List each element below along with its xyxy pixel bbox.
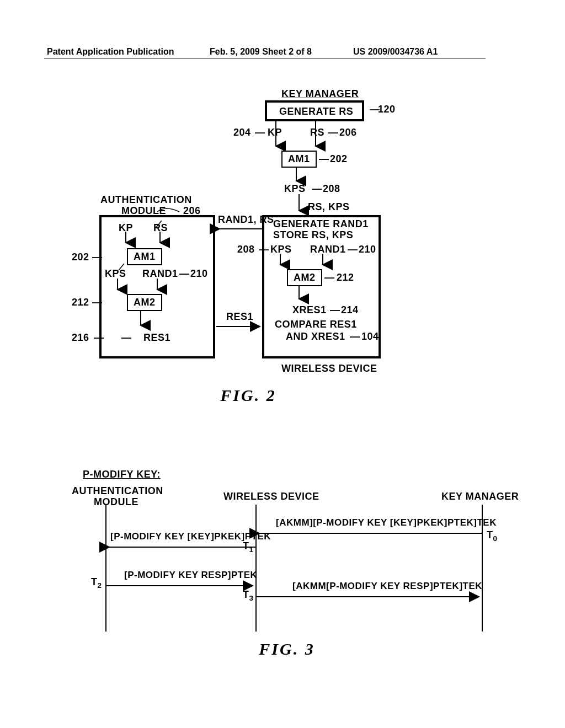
dash-216: — bbox=[121, 332, 132, 344]
t1: T1 bbox=[243, 540, 254, 554]
figure-2: KEY MANAGER GENERATE RS — 120 204 — KP R… bbox=[66, 88, 452, 397]
am1-km: AM1 bbox=[281, 151, 317, 168]
arrow-am-kp-down bbox=[123, 232, 129, 248]
auth-module-title1: AUTHENTICATION bbox=[100, 194, 189, 206]
svg-line-5 bbox=[156, 221, 162, 227]
dash-212-wd: — bbox=[324, 272, 335, 283]
am2-am: AM2 bbox=[127, 294, 162, 311]
dash-202-km: — bbox=[319, 153, 329, 165]
am-rand1: RAND1 bbox=[142, 268, 178, 280]
arrow-am-kps-down bbox=[115, 279, 120, 295]
arrow-am-wd bbox=[106, 582, 256, 590]
wireless-device-title: WIRELESS DEVICE bbox=[281, 363, 377, 374]
lifeline-am bbox=[105, 505, 107, 631]
arrow-rand1-rs bbox=[216, 225, 263, 233]
arrow-wd-kps-down bbox=[278, 254, 283, 270]
wd-xres1: XRES1 bbox=[292, 304, 327, 316]
ref-216: 216 bbox=[72, 332, 89, 344]
arrow-wd-am2-down bbox=[296, 286, 302, 304]
am2-wd: AM2 bbox=[287, 269, 322, 286]
arrow-wd-am bbox=[106, 543, 256, 551]
ref-214: 214 bbox=[341, 304, 359, 316]
am-rs-tick bbox=[156, 221, 173, 228]
ref-210-wd: 210 bbox=[359, 244, 376, 255]
wd-compare: COMPARE RES1 bbox=[275, 319, 357, 330]
wd-store: STORE RS, KPS bbox=[273, 229, 353, 241]
kps-km: KPS bbox=[284, 183, 306, 195]
generate-rs: GENERATE RS bbox=[279, 106, 353, 117]
arrow-am2-down bbox=[138, 310, 143, 331]
fig3-am2: MODULE bbox=[94, 496, 138, 508]
arrow-am-rs-down bbox=[157, 232, 163, 248]
fig3-caption: FIG. 3 bbox=[215, 640, 359, 659]
dash-204-km: — bbox=[255, 127, 265, 138]
ref-204-km: 204 bbox=[233, 127, 251, 138]
dash-208-wd: — bbox=[259, 244, 269, 255]
arrow-km-rs-down bbox=[313, 121, 318, 152]
arrow-am-rand1-down bbox=[154, 279, 160, 295]
arrow-km-wd bbox=[256, 529, 482, 537]
fig2-caption: FIG. 2 bbox=[177, 386, 320, 405]
dash-104: — bbox=[350, 331, 360, 342]
t0: T0 bbox=[487, 529, 498, 543]
dash-210-wd: — bbox=[348, 244, 358, 255]
leader-206-am bbox=[157, 205, 185, 217]
wd-andxres1: AND XRES1 bbox=[286, 331, 345, 342]
dash-212-am: — bbox=[92, 297, 103, 308]
svg-line-8 bbox=[119, 264, 124, 270]
dash-210-am: — bbox=[179, 268, 190, 280]
dash-202-am: — bbox=[92, 251, 103, 263]
fig3-km: KEY MANAGER bbox=[441, 491, 519, 502]
header-left: Patent Application Publication bbox=[47, 47, 174, 57]
msg-wd-km: [AKMM[P-MODIFY KEY RESP]PTEK]TEK bbox=[292, 581, 482, 592]
t3: T3 bbox=[243, 589, 254, 602]
ref-202-am: 202 bbox=[72, 251, 89, 263]
msg-am-wd: [P-MODIFY KEY RESP]PTEK bbox=[124, 570, 257, 581]
arrow-ki-kp-down bbox=[273, 121, 279, 152]
fig3-am1: AUTHENTICATION bbox=[72, 485, 160, 497]
ref-202-km: 202 bbox=[330, 153, 348, 165]
dash-214: — bbox=[330, 304, 340, 316]
ref-104: 104 bbox=[361, 331, 379, 342]
fig3-title: P-MODIFY KEY: bbox=[83, 469, 161, 480]
fig3-wd: WIRELESS DEVICE bbox=[223, 491, 319, 502]
header-right: US 2009/0034736 A1 bbox=[353, 47, 438, 57]
header-center: Feb. 5, 2009 Sheet 2 of 8 bbox=[210, 47, 312, 57]
arrow-rs-kps-down bbox=[296, 194, 302, 216]
ref-206-am: 206 bbox=[183, 205, 201, 217]
arrow-wd-km bbox=[256, 593, 482, 601]
t2: T2 bbox=[91, 576, 102, 590]
arrow-wd-rand1-down bbox=[320, 254, 326, 270]
dash-208-km: — bbox=[312, 183, 322, 195]
figure-3: P-MODIFY KEY: AUTHENTICATION MODULE WIRE… bbox=[72, 469, 502, 667]
box-generate-rs: GENERATE RS bbox=[265, 100, 364, 121]
msg-km-wd: [AKMM][P-MODIFY KEY [KEY]PKEK]PTEK]TEK bbox=[276, 517, 497, 528]
am-kps-tick bbox=[119, 264, 125, 271]
ref-212-wd: 212 bbox=[337, 272, 354, 283]
wd-rand1: RAND1 bbox=[310, 244, 346, 255]
key-manager-title: KEY MANAGER bbox=[281, 88, 359, 100]
ref-206-km: 206 bbox=[339, 127, 357, 138]
rand1-rs-label: RAND1, RS bbox=[218, 214, 274, 226]
lifeline-wd bbox=[255, 505, 257, 631]
arrow-res1 bbox=[216, 323, 263, 330]
wd-genrand1: GENERATE RAND1 bbox=[273, 218, 369, 230]
ref-208-km: 208 bbox=[323, 183, 340, 195]
rs-kps-label: RS, KPS bbox=[308, 201, 350, 213]
res1-arrow-label: RES1 bbox=[226, 311, 253, 323]
ref-212-am: 212 bbox=[72, 297, 89, 308]
ref-208-wd: 208 bbox=[237, 244, 255, 255]
ref-210-am: 210 bbox=[190, 268, 208, 280]
dash-206-km: — bbox=[328, 127, 339, 138]
dash-216b: — bbox=[94, 332, 104, 344]
am1-am: AM1 bbox=[127, 248, 162, 265]
am-res1: RES1 bbox=[143, 332, 170, 344]
header-rule bbox=[44, 58, 486, 58]
ref-120: 120 bbox=[378, 104, 396, 115]
